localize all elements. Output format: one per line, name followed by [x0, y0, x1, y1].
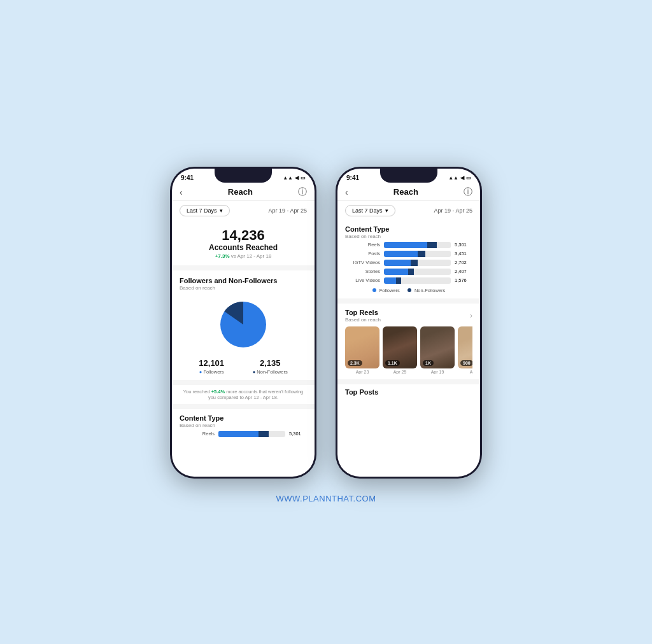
reach-note: You reached +5.4% more accounts that wer… — [172, 385, 315, 409]
bar-nonfollowers — [427, 242, 437, 248]
bar-value: 5,301 — [455, 242, 472, 248]
reel-count: 900 — [460, 360, 472, 366]
bar-nonfollowers — [396, 277, 401, 284]
reel-count: 2.3K — [348, 360, 362, 366]
bar-value: 2,407 — [455, 269, 472, 274]
reel-thumb[interactable]: 1.1K Apr 25 — [383, 326, 417, 374]
reel-date: Apr 23 — [345, 370, 379, 374]
date-dropdown-2[interactable]: Last 7 Days ▾ — [345, 205, 395, 216]
bar-nonfollowers — [408, 269, 414, 275]
bar-label: Stories — [345, 269, 380, 274]
bar-track — [384, 242, 451, 248]
nav-title-1: Reach — [228, 187, 253, 197]
content-type-title-1: Content Type — [180, 414, 307, 422]
bar-track — [384, 251, 451, 257]
reel-thumb[interactable]: 900 Apr 2 — [458, 326, 472, 374]
bar-label-reels-1: Reels — [180, 431, 215, 437]
info-button-2[interactable]: ⓘ — [464, 186, 472, 198]
pie-chart — [215, 296, 272, 353]
bar-followers — [384, 277, 396, 284]
growth-text: +7.3% vs Apr 12 - Apr 18 — [182, 253, 304, 259]
nav-bar-1: ‹ Reach ⓘ — [172, 184, 315, 201]
followers-section: Followers and Non-Followers Based on rea… — [172, 270, 315, 385]
battery-icon: ▭ — [301, 175, 306, 181]
accounts-reached-section: 14,236 Accounts Reached +7.3% vs Apr 12 … — [172, 220, 315, 270]
status-time-1: 9:41 — [181, 174, 194, 181]
top-posts-section: Top Posts — [337, 379, 480, 396]
signal-icon-2: ▲▲ — [448, 175, 458, 181]
reels-thumbnails: 2.3K Apr 23 1.1K Apr 25 1K Apr 19 900 Ap… — [345, 326, 472, 374]
nav-bar-2: ‹ Reach ⓘ — [337, 184, 480, 201]
wifi-icon: ◀ — [295, 175, 299, 181]
dropdown-chevron-2: ▾ — [385, 207, 388, 214]
legend-dot-followers — [372, 288, 376, 292]
content-type-section-2: Content Type Based on reach Reels 5,301 … — [337, 220, 480, 304]
pie-chart-container — [180, 296, 307, 353]
date-dropdown-1[interactable]: Last 7 Days ▾ — [180, 205, 230, 216]
reel-thumb[interactable]: 1K Apr 19 — [420, 326, 455, 374]
accounts-number: 14,236 — [182, 228, 304, 243]
top-reels-subtitle: Based on reach — [345, 317, 381, 323]
reel-count: 1K — [423, 360, 434, 366]
reel-date: Apr 2 — [458, 370, 472, 374]
bar-row-reels-1: Reels 5,301 — [180, 431, 307, 437]
date-row-2: Last 7 Days ▾ Apr 19 - Apr 25 — [337, 201, 480, 220]
bar-row-live-videos: Live Videos 1,576 — [345, 277, 472, 284]
accounts-label: Accounts Reached — [182, 243, 304, 252]
page-wrapper: 9:41 ▲▲ ◀ ▭ ‹ Reach ⓘ Last 7 Days — [13, 13, 639, 644]
top-reels-title: Top Reels — [345, 309, 381, 316]
back-button-2[interactable]: ‹ — [345, 187, 348, 197]
top-reels-header: Top Reels Based on reach › — [345, 309, 472, 323]
bar-followers — [384, 251, 418, 257]
followers-stats: 12,101 ● Followers 2,135 ● Non-Followers — [180, 358, 307, 375]
bar-row-reels: Reels 5,301 — [345, 242, 472, 248]
notch-2 — [380, 169, 437, 183]
reel-date: Apr 19 — [420, 370, 455, 374]
non-followers-label: ● Non-Followers — [253, 369, 288, 375]
date-range-2: Apr 19 - Apr 25 — [434, 207, 472, 214]
bars-container-2: Reels 5,301 Posts 3,451 IGTV Videos 2,70… — [345, 242, 472, 284]
dropdown-chevron-1: ▾ — [220, 207, 223, 214]
non-followers-count: 2,135 — [253, 358, 288, 368]
reel-thumb[interactable]: 2.3K Apr 23 — [345, 326, 379, 374]
reel-date: Apr 25 — [383, 370, 417, 374]
reel-image: 1.1K — [383, 326, 417, 368]
legend-followers: Followers — [372, 288, 400, 293]
content-type-subtitle-2: Based on reach — [345, 234, 472, 239]
bar-label: Live Videos — [345, 277, 380, 283]
status-time-2: 9:41 — [346, 174, 359, 181]
top-reels-chevron[interactable]: › — [470, 311, 472, 320]
battery-icon-2: ▭ — [466, 175, 471, 181]
bar-row-posts: Posts 3,451 — [345, 251, 472, 257]
reel-image: 2.3K — [345, 326, 379, 368]
bar-value: 2,702 — [455, 260, 472, 265]
reel-image: 1K — [420, 326, 455, 368]
back-button-1[interactable]: ‹ — [180, 187, 183, 197]
bar-value: 3,451 — [455, 251, 472, 256]
nav-title-2: Reach — [393, 187, 418, 197]
bar-value-reels-1: 5,301 — [289, 431, 307, 437]
info-button-1[interactable]: ⓘ — [298, 186, 307, 198]
bar-nonfollowers-reels-1 — [259, 431, 269, 437]
legend-row: Followers Non-Followers — [345, 288, 472, 293]
phone-1: 9:41 ▲▲ ◀ ▭ ‹ Reach ⓘ Last 7 Days — [170, 167, 316, 479]
top-reels-section: Top Reels Based on reach › 2.3K Apr 23 1… — [337, 304, 480, 379]
status-icons-1: ▲▲ ◀ ▭ — [283, 175, 306, 181]
bar-label: Posts — [345, 251, 380, 256]
bar-track — [384, 260, 451, 266]
followers-label: ● Followers — [199, 369, 224, 375]
content-type-subtitle-1: Based on reach — [180, 423, 307, 428]
footer-url: WWW.PLANNTHAT.COM — [276, 494, 376, 503]
wifi-icon-2: ◀ — [460, 175, 464, 181]
followers-stat: 12,101 ● Followers — [199, 358, 224, 375]
bar-followers-reels-1 — [218, 431, 259, 437]
bar-followers — [384, 242, 427, 248]
reel-count: 1.1K — [385, 360, 400, 366]
status-icons-2: ▲▲ ◀ ▭ — [448, 175, 471, 181]
dropdown-label-2: Last 7 Days — [352, 207, 383, 214]
followers-subtitle: Based on reach — [180, 285, 307, 291]
followers-count: 12,101 — [199, 358, 224, 368]
legend-nonfollowers: Non-Followers — [408, 288, 445, 293]
bar-row-igtv-videos: IGTV Videos 2,702 — [345, 260, 472, 266]
notch-1 — [215, 169, 272, 183]
